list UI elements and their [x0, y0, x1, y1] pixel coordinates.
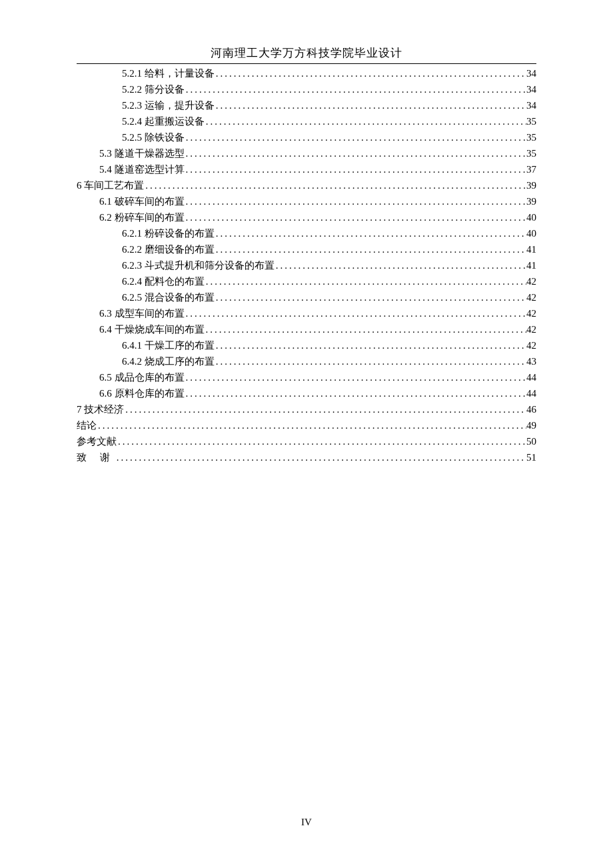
toc-entry-page: 42 [526, 289, 536, 305]
toc-entry: 6.3 成型车间的布置42 [77, 305, 536, 321]
toc-entry-label: 6.3 成型车间的布置 [99, 305, 185, 321]
toc-entry-label: 6.1 破碎车间的布置 [99, 193, 185, 209]
toc-entry: 参考文献50 [77, 433, 536, 449]
toc-entry: 6.2.2 磨细设备的布置41 [77, 241, 536, 257]
toc-entry-page: 50 [526, 433, 536, 449]
toc-entry: 6.4.2 烧成工序的布置43 [77, 353, 536, 369]
toc-entry-label: 5.2.2 筛分设备 [122, 81, 185, 97]
toc-leader-dots [185, 305, 527, 321]
toc-leader-dots [185, 193, 527, 209]
toc-entry-page: 34 [526, 97, 536, 113]
header-title: 河南理工大学万方科技学院毕业设计 [77, 45, 536, 63]
toc-entry: 6.2.1 粉碎设备的布置40 [77, 225, 536, 241]
toc-entry-page: 39 [526, 177, 536, 193]
toc-entry: 6.2.5 混合设备的布置42 [77, 289, 536, 305]
header-rule-thick [77, 63, 536, 64]
toc-entry: 5.2.5 除铁设备35 [77, 129, 536, 145]
toc-entry: 6.1 破碎车间的布置39 [77, 193, 536, 209]
page-number: IV [0, 817, 613, 828]
toc-leader-dots [117, 433, 526, 449]
toc-leader-dots [185, 209, 527, 225]
toc-entry: 5.2.2 筛分设备34 [77, 81, 536, 97]
toc-leader-dots [215, 337, 526, 353]
toc-leader-dots [124, 401, 526, 417]
toc-entry-label: 5.3 隧道干燥器选型 [99, 145, 185, 161]
toc-entry: 5.4 隧道窑选型计算37 [77, 161, 536, 177]
toc-entry-page: 35 [526, 113, 536, 129]
toc-entry-label: 6.2 粉碎车间的布置 [99, 209, 185, 225]
toc-entry-label: 5.4 隧道窑选型计算 [99, 161, 185, 177]
toc-leader-dots [275, 257, 526, 273]
toc-entry: 5.3 隧道干燥器选型35 [77, 145, 536, 161]
toc-leader-dots [185, 81, 526, 97]
toc-entry-page: 42 [526, 305, 536, 321]
toc-leader-dots [215, 65, 526, 81]
toc-entry-page: 42 [526, 273, 536, 289]
toc-entry-label: 5.2.4 起重搬运设备 [122, 113, 205, 129]
toc-entry-label: 6.2.2 磨细设备的布置 [122, 241, 215, 257]
toc-leader-dots [215, 241, 526, 257]
toc-entry-label: 6 车间工艺布置 [77, 177, 144, 193]
toc-entry-label: 6.2.5 混合设备的布置 [122, 289, 215, 305]
toc-leader-dots [185, 129, 526, 145]
toc-entry: 6.2.3 斗式提升机和筛分设备的布置41 [77, 257, 536, 273]
toc-entry: 6.5 成品仓库的布置44 [77, 369, 536, 385]
toc-entry-page: 35 [526, 145, 536, 161]
toc-leader-dots [205, 273, 526, 289]
toc-entry-label: 致 谢 [77, 449, 115, 465]
toc-leader-dots [215, 353, 526, 369]
toc-entry: 6.4 干燥烧成车间的布置42 [77, 321, 536, 337]
toc-entry-page: 42 [526, 321, 536, 337]
toc-entry-page: 44 [526, 369, 536, 385]
toc-entry: 6 车间工艺布置39 [77, 177, 536, 193]
toc-entry-label: 6.5 成品仓库的布置 [99, 369, 185, 385]
toc-entry-page: 42 [526, 337, 536, 353]
toc-leader-dots [215, 97, 526, 113]
toc-entry-label: 6.2.3 斗式提升机和筛分设备的布置 [122, 257, 275, 273]
toc-leader-dots [215, 225, 526, 241]
toc-entry-page: 41 [526, 241, 536, 257]
toc-leader-dots [185, 145, 527, 161]
toc-leader-dots [185, 161, 527, 177]
toc-leader-dots [97, 417, 526, 433]
toc-entry-page: 37 [526, 161, 536, 177]
toc-leader-dots [185, 385, 527, 401]
toc-leader-dots [205, 321, 527, 337]
toc-entry: 6.4.1 干燥工序的布置42 [77, 337, 536, 353]
toc-entry-label: 7 技术经济 [77, 401, 124, 417]
toc-entry-label: 结论 [77, 417, 97, 433]
toc-entry-label: 6.6 原料仓库的布置 [99, 385, 185, 401]
toc-leader-dots [115, 449, 526, 465]
toc-leader-dots [144, 177, 526, 193]
table-of-contents: 5.2.1 给料，计量设备345.2.2 筛分设备345.2.3 运输，提升设备… [77, 65, 536, 465]
toc-entry-page: 49 [526, 417, 536, 433]
toc-entry-label: 5.2.1 给料，计量设备 [122, 65, 215, 81]
toc-entry-label: 6.4 干燥烧成车间的布置 [99, 321, 205, 337]
toc-entry-label: 6.2.4 配料仓的布置 [122, 273, 205, 289]
toc-entry-page: 43 [526, 353, 536, 369]
toc-entry: 7 技术经济46 [77, 401, 536, 417]
toc-entry-page: 40 [526, 225, 536, 241]
toc-entry-page: 46 [526, 401, 536, 417]
toc-entry: 6.2 粉碎车间的布置40 [77, 209, 536, 225]
toc-entry-label: 6.4.2 烧成工序的布置 [122, 353, 215, 369]
toc-entry-page: 34 [526, 65, 536, 81]
toc-entry-label: 5.2.5 除铁设备 [122, 129, 185, 145]
toc-entry-label: 参考文献 [77, 433, 117, 449]
toc-leader-dots [185, 369, 527, 385]
toc-entry-label: 6.4.1 干燥工序的布置 [122, 337, 215, 353]
toc-entry: 5.2.4 起重搬运设备35 [77, 113, 536, 129]
toc-entry: 6.2.4 配料仓的布置42 [77, 273, 536, 289]
toc-entry-label: 6.2.1 粉碎设备的布置 [122, 225, 215, 241]
toc-leader-dots [205, 113, 526, 129]
toc-entry-page: 34 [526, 81, 536, 97]
toc-entry-label: 5.2.3 运输，提升设备 [122, 97, 215, 113]
toc-entry: 结论49 [77, 417, 536, 433]
toc-entry: 5.2.3 运输，提升设备34 [77, 97, 536, 113]
document-page: 河南理工大学万方科技学院毕业设计 5.2.1 给料，计量设备345.2.2 筛分… [0, 0, 613, 465]
toc-entry-page: 44 [526, 385, 536, 401]
toc-entry: 5.2.1 给料，计量设备34 [77, 65, 536, 81]
toc-entry-page: 39 [526, 193, 536, 209]
toc-entry: 6.6 原料仓库的布置44 [77, 385, 536, 401]
toc-entry-page: 41 [526, 257, 536, 273]
